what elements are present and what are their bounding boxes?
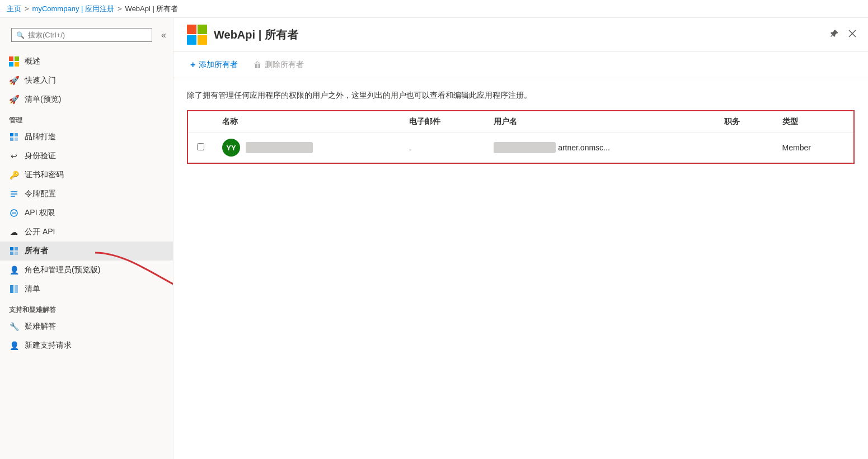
sidebar-item-overview[interactable]: 概述: [0, 52, 173, 71]
sidebar-item-auth-label: 身份验证: [25, 151, 164, 161]
sidebar-item-troubleshoot[interactable]: 🔧 疑难解答: [0, 317, 173, 336]
svg-rect-0: [10, 133, 13, 136]
page-header: WebApi | 所有者: [173, 18, 868, 52]
owners-table: 名称 电子邮件 用户名 职务 类型 YY: [188, 111, 853, 163]
delete-owner-label: 删除所有者: [265, 60, 304, 70]
sidebar-item-checklist-preview[interactable]: 🚀 清单(预览): [0, 90, 173, 109]
list-icon: [9, 284, 19, 294]
search-input[interactable]: [28, 31, 147, 39]
sidebar-item-api-perms[interactable]: API 权限: [0, 204, 173, 223]
sidebar-item-quickstart[interactable]: 🚀 快速入门: [0, 71, 173, 90]
breadcrumb-sep2: >: [118, 4, 122, 13]
sidebar-item-auth[interactable]: ↩ 身份验证: [0, 146, 173, 165]
row-checkbox[interactable]: [197, 143, 204, 150]
col-name: 名称: [213, 111, 400, 133]
api-icon: [9, 208, 19, 218]
svg-rect-2: [10, 138, 13, 141]
sidebar-item-expose-api[interactable]: ☁ 公开 API: [0, 223, 173, 242]
sidebar-item-roles[interactable]: 👤 角色和管理员(预览版): [0, 261, 173, 280]
col-username: 用户名: [485, 111, 715, 133]
sidebar-item-owners-label: 所有者: [25, 246, 164, 256]
app-icon: [187, 25, 207, 45]
svg-rect-1: [15, 133, 18, 136]
cert-icon: 🔑: [9, 170, 19, 180]
add-owner-label: 添加所有者: [199, 60, 238, 70]
svg-rect-10: [15, 247, 18, 250]
sidebar-item-certs[interactable]: 🔑 证书和密码: [0, 165, 173, 184]
description-text: 除了拥有管理任何应用程序的权限的用户之外，这里列出的用户也可以查看和编辑此应用程…: [173, 78, 868, 110]
support-icon: 👤: [9, 340, 19, 351]
rocket-icon: 🚀: [9, 75, 19, 86]
sidebar-item-roles-label: 角色和管理员(预览版): [25, 265, 164, 275]
breadcrumb-current: WebApi | 所有者: [125, 4, 179, 14]
sidebar-item-troubleshoot-label: 疑难解答: [25, 321, 164, 332]
search-box: 🔍: [11, 28, 152, 42]
sidebar-item-list-label: 清单: [25, 284, 164, 294]
expose-icon: ☁: [9, 227, 19, 237]
support-section-header: 支持和疑难解答: [0, 299, 173, 317]
col-email: 电子邮件: [400, 111, 485, 133]
sidebar: 🔍 « 概述 🚀 快速入门 🚀 清单(预览: [0, 18, 173, 459]
breadcrumb: 主页 > myCommpany | 应用注册 > WebApi | 所有者: [0, 0, 868, 18]
owners-table-container: 名称 电子邮件 用户名 职务 类型 YY: [187, 110, 855, 164]
svg-rect-15: [15, 285, 18, 293]
collapse-sidebar-button[interactable]: «: [159, 28, 168, 42]
branding-icon: [9, 132, 19, 142]
avatar: YY: [222, 139, 240, 157]
delete-owner-button[interactable]: 🗑 删除所有者: [250, 58, 307, 72]
row-type: Member: [782, 143, 811, 152]
breadcrumb-sep1: >: [25, 4, 29, 13]
breadcrumb-app[interactable]: myCommpany | 应用注册: [32, 4, 114, 14]
breadcrumb-home[interactable]: 主页: [7, 4, 21, 14]
row-username-blur: ██████████: [494, 142, 556, 153]
sidebar-item-owners[interactable]: 所有者: [0, 242, 173, 261]
owners-icon: [9, 246, 19, 256]
plus-icon: +: [190, 60, 195, 70]
manage-section-header: 管理: [0, 109, 173, 127]
row-jobtitle-cell: [715, 133, 773, 163]
troubleshoot-icon: 🔧: [9, 321, 19, 332]
row-name-cell: YY ██████████: [213, 133, 400, 163]
sidebar-item-new-support[interactable]: 👤 新建支持请求: [0, 336, 173, 355]
sidebar-item-branding-label: 品牌打造: [25, 132, 164, 142]
add-owner-button[interactable]: + 添加所有者: [187, 58, 241, 72]
search-icon: 🔍: [16, 31, 25, 39]
sidebar-item-new-support-label: 新建支持请求: [25, 340, 164, 351]
row-username-cell: ██████████ artner.onmsc...: [485, 133, 715, 163]
svg-rect-11: [10, 252, 13, 255]
page-title: WebApi | 所有者: [214, 27, 298, 42]
checklist-icon: 🚀: [9, 94, 19, 105]
sidebar-item-expose-api-label: 公开 API: [25, 227, 164, 237]
auth-icon: ↩: [9, 151, 19, 161]
sidebar-item-checklist-preview-label: 清单(预览): [25, 94, 164, 105]
sidebar-item-certs-label: 证书和密码: [25, 170, 164, 180]
row-name: ██████████: [246, 142, 313, 153]
row-email-cell: .: [400, 133, 485, 163]
close-button[interactable]: [846, 27, 859, 42]
row-checkbox-cell: [188, 133, 213, 163]
sidebar-item-list[interactable]: 清单: [0, 280, 173, 299]
table-header-row: 名称 电子邮件 用户名 职务 类型: [188, 111, 853, 133]
col-type: 类型: [773, 111, 853, 133]
row-email: .: [409, 143, 411, 152]
row-type-cell: Member: [773, 133, 853, 163]
roles-icon: 👤: [9, 265, 19, 275]
trash-icon: 🗑: [254, 60, 261, 69]
token-icon: [9, 189, 19, 199]
toolbar: + 添加所有者 🗑 删除所有者: [173, 52, 868, 78]
row-username-visible: artner.onmsc...: [558, 143, 610, 152]
pin-button[interactable]: [828, 27, 841, 42]
sidebar-item-token[interactable]: 令牌配置: [0, 184, 173, 204]
main-content: WebApi | 所有者 + 添加所有者: [173, 18, 868, 459]
svg-rect-9: [10, 247, 13, 250]
svg-rect-12: [15, 252, 18, 255]
sidebar-item-overview-label: 概述: [25, 56, 164, 67]
table-row: YY ██████████ . ██████████ artner.onmsc.…: [188, 133, 853, 163]
sidebar-item-token-label: 令牌配置: [25, 189, 164, 199]
col-jobtitle: 职务: [715, 111, 773, 133]
svg-rect-3: [15, 138, 18, 141]
sidebar-item-api-perms-label: API 权限: [25, 208, 164, 218]
sidebar-item-branding[interactable]: 品牌打造: [0, 127, 173, 146]
svg-rect-14: [10, 285, 13, 293]
checkbox-header: [188, 111, 213, 133]
